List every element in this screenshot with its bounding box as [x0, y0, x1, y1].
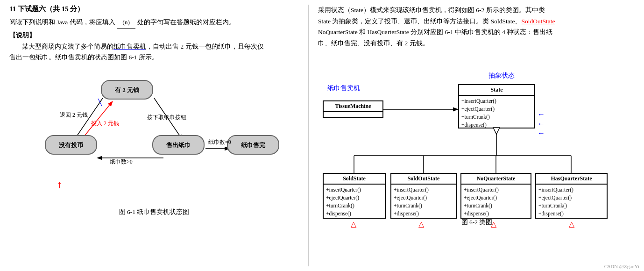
hasquarter-method3: +turnCrank() [538, 202, 604, 210]
uml-soldout-title: SoldOutState [391, 174, 456, 185]
explain-part2: ，自动出售 2 元钱一包的纸巾，且每次仅 [146, 43, 264, 50]
explain-part3: 售出一包纸巾。纸巾售卖机的状态图如图 6-1 所示。 [9, 54, 158, 61]
uml-state-title: State [459, 85, 534, 96]
sold-method3: +turnCrank() [326, 202, 382, 210]
soldout-method1: +insertQuarter() [394, 186, 453, 194]
sold-method1: +insertQuarter() [326, 186, 382, 194]
diagram-svg: 有 2 元钱 售出纸巾 没有投币 纸巾售完 退回 2 元钱 投入 2 元钱 按下… [9, 68, 299, 203]
svg-text:退回 2 元钱: 退回 2 元钱 [60, 112, 88, 118]
svg-text:按下取纸巾按钮: 按下取纸巾按钮 [147, 114, 186, 121]
svg-text:投入 2 元钱: 投入 2 元钱 [91, 120, 119, 127]
sold-method2: +ejectQuarter() [326, 194, 382, 202]
hasquarter-method1: +insertQuarter() [538, 186, 604, 194]
uml-sold-state: SoldState +insertQuarter() +ejectQuarter… [323, 173, 386, 219]
noquarter-method4: +dispense() [464, 210, 528, 218]
explain-text: 某大型商场内安装了多个简易的纸巾售卖机，自动出售 2 元钱一包的纸巾，且每次仅 … [9, 42, 299, 63]
section-title: 11 下试题六（共 15 分） [9, 5, 299, 14]
right-text4: 巾、纸巾售完、没有投币、有 2 元钱。 [318, 40, 429, 47]
svg-text:售出纸巾: 售出纸巾 [166, 142, 191, 149]
uml-state-class: State +insertQuarter() +ejectQuarter() +… [458, 84, 535, 128]
fig-caption-right: 图 6-2 类图 [461, 218, 493, 227]
svg-text:←: ← [538, 110, 545, 118]
right-text: 采用状态（State）模式来实现该纸巾售卖机，得到如图 6-2 所示的类图。其中… [318, 5, 636, 49]
blank-label: (n) [117, 17, 135, 29]
instruction-part1: 阅读下列说明和 Java 代码，将应填入 [9, 19, 115, 26]
uml-diagram: 纸巾售卖机 抽象状态 TissueMachine State +insertQu… [318, 54, 636, 227]
fig-caption-left: 图 6-1 纸巾售卖机状态图 [9, 208, 299, 216]
svg-text:纸巾售完: 纸巾售完 [241, 142, 266, 149]
svg-text:←: ← [538, 120, 545, 128]
soldout-method2: +ejectQuarter() [394, 194, 453, 202]
noquarter-method1: +insertQuarter() [464, 186, 528, 194]
uml-hasquarter-body: +insertQuarter() +ejectQuarter() +turnCr… [536, 185, 607, 220]
explain-underline: 纸巾售卖机 [113, 43, 146, 50]
right-text1: 采用状态（State）模式来实现该纸巾售卖机，得到如图 6-2 所示的类图。其中… [318, 7, 545, 14]
right-panel: 采用状态（State）模式来实现该纸巾售卖机，得到如图 6-2 所示的类图。其中… [309, 5, 636, 266]
state-method1: +insertQuarter() [461, 97, 532, 105]
svg-text:纸巾数=0: 纸巾数=0 [208, 139, 231, 145]
sold-method4: +dispense() [326, 210, 382, 218]
uml-soldout-body: +insertQuarter() +ejectQuarter() +turnCr… [391, 185, 456, 220]
right-text3: NoQuarterState 和 HasQuarterState 分别对应图 6… [318, 29, 552, 36]
soldout-method4: +dispense() [394, 210, 453, 218]
right-text2-part1: State 为抽象类，定义了投币、退币、出纸巾等方法接口。类 SoldState… [318, 18, 522, 25]
uml-noquarter-title: NoQuarterState [461, 174, 531, 185]
hasquarter-method4: +dispense() [538, 210, 604, 218]
uml-state-body: +insertQuarter() +ejectQuarter() +turnCr… [459, 96, 534, 131]
noquarter-method2: +ejectQuarter() [464, 194, 528, 202]
noquarter-method3: +turnCrank() [464, 202, 528, 210]
handwritten-abstract: 抽象状态 [488, 71, 515, 80]
instruction-part2: 处的字句写在答题纸的对应栏内。 [137, 19, 235, 26]
uml-sold-body: +insertQuarter() +ejectQuarter() +turnCr… [324, 185, 385, 220]
explain-part1: 某大型商场内安装了多个简易的 [22, 43, 113, 50]
uml-tissue-machine: TissueMachine [323, 100, 383, 118]
uml-soldout-state: SoldOutState +insertQuarter() +ejectQuar… [390, 173, 457, 219]
handwritten-tissue: 纸巾售卖机 [327, 84, 360, 93]
page: 11 下试题六（共 15 分） 阅读下列说明和 Java 代码，将应填入 (n)… [0, 0, 644, 271]
state-method2: +ejectQuarter() [461, 105, 532, 113]
red-triangle-2: △ [418, 220, 424, 228]
instruction-text: 阅读下列说明和 Java 代码，将应填入 (n) 处的字句写在答题纸的对应栏内。 [9, 17, 299, 29]
state-method4: +dispense() [461, 121, 532, 129]
svg-text:↑: ↑ [57, 178, 62, 190]
uml-tissue-title: TissueMachine [324, 101, 382, 112]
watermark: CSDN @ZgaoYi [604, 264, 639, 269]
state-method3: +turnCrank() [461, 113, 532, 121]
uml-hasquarter-title: HasQuarterState [536, 174, 607, 185]
uml-sold-title: SoldState [324, 174, 385, 185]
uml-hasquarter-state: HasQuarterState +insertQuarter() +ejectQ… [535, 173, 608, 219]
state-diagram: 有 2 元钱 售出纸巾 没有投币 纸巾售完 退回 2 元钱 投入 2 元钱 按下… [9, 68, 299, 203]
soldout-method3: +turnCrank() [394, 202, 453, 210]
svg-text:←: ← [538, 129, 545, 137]
svg-text:纸巾数>0: 纸巾数>0 [110, 158, 133, 165]
bold-label: 【说明】 [9, 31, 299, 40]
red-triangle-4: △ [569, 220, 574, 228]
uml-noquarter-state: NoQuarterState +insertQuarter() +ejectQu… [460, 173, 531, 219]
left-panel: 11 下试题六（共 15 分） 阅读下列说明和 Java 代码，将应填入 (n)… [9, 5, 309, 266]
uml-noquarter-body: +insertQuarter() +ejectQuarter() +turnCr… [461, 185, 531, 220]
hasquarter-method2: +ejectQuarter() [538, 194, 604, 202]
svg-text:没有投币: 没有投币 [59, 142, 83, 149]
red-triangle-1: △ [351, 220, 356, 228]
right-text2-soldoutstate: SoidOutState [522, 18, 555, 25]
svg-text:有 2 元钱: 有 2 元钱 [114, 86, 140, 93]
